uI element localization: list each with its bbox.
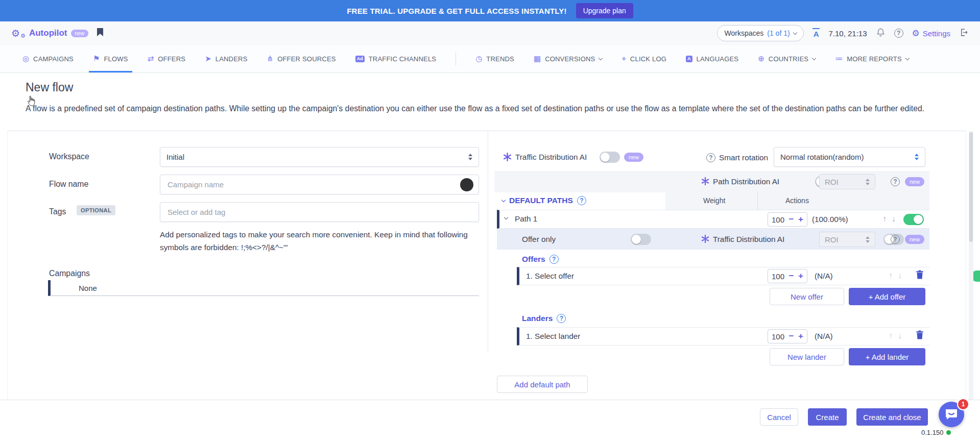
nav-item-more-reports[interactable]: ≔ MORE REPORTS	[835, 45, 909, 72]
help-icon[interactable]: ?	[894, 29, 903, 38]
translate-icon[interactable]: A	[812, 28, 820, 38]
flows-icon: ⚑	[93, 54, 100, 63]
move-down-icon[interactable]: ↓	[898, 331, 902, 340]
minus-icon[interactable]: −	[789, 271, 794, 281]
scrollbar-thumb[interactable]	[969, 132, 973, 242]
new-offer-button[interactable]: New offer	[770, 288, 844, 305]
cancel-button[interactable]: Cancel	[760, 408, 798, 426]
path-traffic-ai-label: Traffic Distribution AI	[713, 235, 784, 244]
path-ai-help-icon[interactable]: ?	[891, 177, 900, 186]
path1-name: Path 1	[515, 214, 537, 224]
offers-icon: ⇄	[148, 54, 154, 63]
delete-offer-trash-icon[interactable]	[916, 270, 924, 281]
nav-item-trends[interactable]: ◷ TRENDS	[475, 45, 514, 72]
conversions-icon: ▦	[534, 54, 541, 63]
app-version: 0.1.150	[921, 429, 951, 436]
offers-help-icon[interactable]: ?	[549, 255, 559, 264]
add-lander-button[interactable]: + Add lander	[849, 348, 925, 365]
path1-enabled-toggle[interactable]	[903, 214, 924, 225]
create-and-close-button[interactable]: Create and close	[856, 408, 928, 426]
path-traffic-ai-help-icon[interactable]: ?	[891, 235, 900, 244]
lander-weight-stepper[interactable]: 100 − +	[768, 329, 807, 343]
nav-item-countries[interactable]: ⊕ COUNTRIES	[758, 45, 816, 72]
nav-item-campaigns[interactable]: ◎ CAMPAIGNS	[22, 45, 74, 72]
brand-name: Autopilot	[29, 28, 67, 38]
nav-item-languages[interactable]: A LANGUAGES	[686, 45, 738, 72]
workspace-select[interactable]: Initial	[160, 147, 479, 167]
delete-lander-trash-icon[interactable]	[916, 330, 924, 341]
plus-icon[interactable]: +	[798, 331, 803, 341]
flow-name-label: Flow name	[49, 180, 88, 189]
workspace-value: Initial	[166, 153, 184, 161]
nav-item-flows[interactable]: ⚑ FLOWS	[93, 45, 128, 72]
path1-weight-stepper[interactable]: 100 − +	[768, 212, 807, 227]
move-down-icon[interactable]: ↓	[898, 271, 902, 280]
nav-item-landers[interactable]: ➤ LANDERS	[205, 45, 247, 72]
add-default-path-button[interactable]: Add default path	[497, 376, 588, 393]
app-header: ⚙ ⚙ Autopilot new Workspaces (1 of 1) A …	[0, 21, 980, 45]
logout-icon[interactable]	[959, 28, 969, 39]
workspace-label: Workspace	[49, 152, 89, 161]
minus-icon[interactable]: −	[789, 331, 794, 341]
offer-only-toggle[interactable]	[631, 234, 651, 245]
nav-item-conversions[interactable]: ▦ CONVERSIONS	[534, 45, 602, 72]
move-up-icon[interactable]: ↑	[882, 214, 887, 224]
chevron-down-icon	[501, 198, 506, 202]
smart-rotation-help-icon[interactable]: ?	[706, 153, 715, 162]
plus-icon[interactable]: +	[798, 214, 803, 225]
campaigns-icon: ◎	[22, 54, 29, 63]
autopilot-gears-icon-small: ⚙	[20, 33, 26, 39]
settings-button[interactable]: ⚙ Settings	[912, 28, 950, 39]
nav-item-offers[interactable]: ⇄ OFFERS	[148, 45, 186, 72]
default-paths-help-icon[interactable]: ?	[577, 196, 586, 205]
offer-row-label[interactable]: 1. Select offer	[526, 272, 574, 281]
color-dot-indicator[interactable]	[460, 178, 473, 191]
plus-icon[interactable]: +	[798, 271, 803, 281]
tags-input[interactable]	[166, 207, 473, 217]
offer-row	[517, 267, 929, 285]
move-up-icon[interactable]: ↑	[889, 331, 893, 340]
create-button[interactable]: Create	[808, 408, 847, 426]
offer-weight-stepper[interactable]: 100 − +	[768, 269, 807, 283]
settings-label: Settings	[923, 29, 950, 38]
brand[interactable]: ⚙ ⚙ Autopilot new	[11, 28, 88, 39]
landers-help-icon[interactable]: ?	[557, 314, 566, 323]
notifications-bell-icon[interactable]	[876, 28, 886, 39]
chevron-down-icon	[812, 56, 816, 60]
path-ai-new-badge: new	[905, 177, 924, 186]
default-paths-header[interactable]: DEFAULT PATHS ?	[502, 196, 586, 205]
campaigns-label: Campaigns	[49, 269, 90, 278]
lander-stat: (N/A)	[815, 332, 833, 341]
path-traffic-ai-new-badge: new	[905, 235, 924, 244]
workspaces-dropdown[interactable]: Workspaces (1 of 1)	[717, 25, 803, 41]
move-up-icon[interactable]: ↑	[889, 271, 893, 280]
add-offer-button[interactable]: + Add offer	[849, 288, 925, 305]
tags-label: Tags	[49, 207, 66, 216]
bookmark-icon[interactable]	[97, 28, 104, 39]
select-stepper-icon	[866, 179, 870, 185]
move-down-icon[interactable]: ↓	[892, 214, 896, 224]
upgrade-plan-button[interactable]: Upgrade plan	[576, 3, 633, 18]
flow-name-field-wrap	[160, 175, 479, 194]
path-ai-roi-select[interactable]: ROI	[819, 174, 875, 189]
flow-name-input[interactable]	[166, 180, 460, 189]
campaigns-value: None	[79, 284, 97, 292]
nav-item-traffic-channels[interactable]: Ad TRAFFIC CHANNELS	[355, 45, 437, 72]
trends-icon: ◷	[475, 54, 482, 63]
traffic-ai-toggle[interactable]	[600, 152, 620, 163]
smart-rotation-value: Normal rotation(random)	[780, 153, 864, 161]
main-nav: ◎ CAMPAIGNS ⚑ FLOWS ⇄ OFFERS ➤ LANDERS ⋔…	[0, 45, 980, 73]
lander-row-label[interactable]: 1. Select lander	[526, 332, 580, 341]
roi-value: ROI	[825, 178, 839, 186]
smart-rotation-select[interactable]: Normal rotation(random)	[774, 147, 925, 167]
workspaces-count: (1 of 1)	[767, 29, 790, 37]
panel-top-border	[7, 131, 966, 131]
path-traffic-ai-roi-select[interactable]: ROI	[819, 232, 875, 247]
nav-item-click-log[interactable]: ⌖ CLICK LOG	[622, 45, 666, 72]
minus-icon[interactable]: −	[789, 214, 794, 225]
new-lander-button[interactable]: New lander	[770, 348, 844, 365]
gear-icon: ⚙	[912, 28, 920, 39]
landers-icon: ➤	[205, 54, 211, 63]
nav-item-offer-sources[interactable]: ⋔ OFFER SOURCES	[267, 45, 336, 72]
traffic-ai-label: Traffic Distribution AI	[515, 153, 587, 162]
